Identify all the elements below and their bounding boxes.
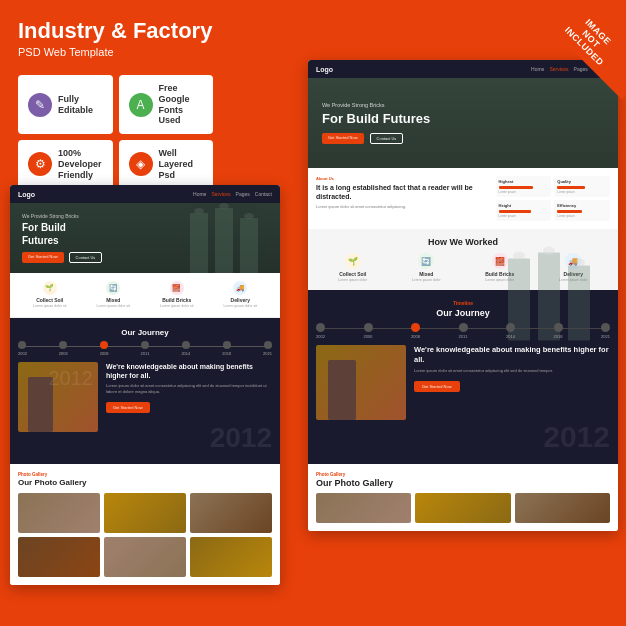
timeline-2018: 2018 (222, 341, 231, 356)
svg-point-5 (244, 213, 254, 219)
left-services: 🌱 Collect Soil Lorem ipsum dolor sit 🔄 M… (10, 273, 280, 318)
left-journey-body: Lorem ipsum dolor sit amet consectetur a… (106, 383, 272, 395)
right-timeline: 2002 2006 2008 2011 2014 2018 2021 (316, 323, 610, 339)
service-text-collect: Lorem ipsum dolor sit (18, 304, 82, 309)
timeline-2008: 2008 (100, 341, 109, 356)
badge-free-fonts: A Free Google Fonts Used (119, 75, 214, 134)
badge-layered: ◈ Well Layered Psd (119, 140, 214, 188)
nav-pages: Pages (236, 191, 250, 197)
left-logo: Logo (18, 191, 35, 198)
right-tl-dot-2014 (506, 323, 515, 332)
service-label-build: Build Bricks (145, 297, 209, 303)
left-journey-text: We're knowledgeable about making benefit… (106, 362, 272, 413)
left-journey-heading: We're knowledgeable about making benefit… (106, 362, 272, 380)
gallery-item-4 (18, 537, 100, 577)
nav-services: Services (211, 191, 230, 197)
timeline-dot-2006 (59, 341, 67, 349)
timeline-2021: 2021 (263, 341, 272, 356)
right-tl-dot-2002 (316, 323, 325, 332)
page-title: Industry & Factory (18, 18, 212, 44)
left-gallery: Photo Gallery Our Photo Gallery (10, 464, 280, 585)
right-hero: We Provide Strong Bricks For Build Futur… (308, 78, 618, 168)
badge-label-edit: Fully Editable (58, 94, 103, 116)
right-tl-2008: 2008 (411, 323, 420, 339)
right-tl-2021: 2021 (601, 323, 610, 339)
timeline-dot-2011 (141, 341, 149, 349)
left-journey-image: 2012 (18, 362, 98, 432)
service-icon-build: 🧱 (170, 281, 184, 295)
timeline-dot-2021 (264, 341, 272, 349)
badge-icon-dev: ⚙ (28, 152, 52, 176)
right-tl-2002: 2002 (316, 323, 325, 339)
service-label-mixed: Mixed (82, 297, 146, 303)
left-journey-btn[interactable]: Get Started Now (106, 402, 150, 413)
svg-point-10 (543, 247, 555, 255)
svg-point-4 (219, 203, 229, 209)
badge-icon-fonts: A (129, 93, 153, 117)
badge-developer: ⚙ 100% Developer Friendly (18, 140, 113, 188)
right-journey-image (316, 345, 406, 420)
left-mockup: Logo Home Services Pages Contact We Prov… (10, 185, 280, 585)
service-mixed: 🔄 Mixed Lorem ipsum dolor sit (82, 281, 146, 309)
right-tl-2014: 2014 (506, 323, 515, 339)
nav-contact: Contact (255, 191, 272, 197)
service-text-mixed: Lorem ipsum dolor sit (82, 304, 146, 309)
timeline-2002: 2002 (18, 341, 27, 356)
left-hero: We Provide Strong Bricks For BuildFuture… (10, 203, 280, 273)
right-journey-figure (328, 360, 356, 420)
service-icon-collect: 🌱 (43, 281, 57, 295)
service-collect-soil: 🌱 Collect Soil Lorem ipsum dolor sit (18, 281, 82, 309)
left-gallery-title: Our Photo Gallery (18, 478, 272, 487)
svg-point-3 (194, 208, 204, 214)
svg-rect-0 (190, 213, 208, 273)
svg-point-11 (573, 259, 585, 267)
right-tl-dot-2011 (459, 323, 468, 332)
timeline-dot-2014 (182, 341, 190, 349)
left-gallery-tag: Photo Gallery (18, 472, 272, 477)
right-tl-2011: 2011 (459, 323, 468, 339)
service-icon-delivery: 🚚 (233, 281, 247, 295)
left-nav-links: Home Services Pages Contact (193, 191, 272, 197)
page-subtitle: PSD Web Template (18, 46, 212, 58)
badge-icon-layer: ◈ (129, 152, 153, 176)
gallery-item-2 (104, 493, 186, 533)
header: Industry & Factory PSD Web Template (18, 18, 212, 58)
badge-label-layer: Well Layered Psd (159, 148, 204, 180)
nav-home: Home (193, 191, 206, 197)
gallery-item-1 (18, 493, 100, 533)
svg-point-9 (513, 252, 525, 260)
badge-label-fonts: Free Google Fonts Used (159, 83, 204, 126)
right-tl-dot-2008 (411, 323, 420, 332)
left-timeline: 2002 2006 2008 2011 2014 2018 2021 (18, 341, 272, 356)
timeline-2014: 2014 (181, 341, 190, 356)
left-journey-title: Our Journey (18, 328, 272, 337)
right-mockup: Logo Home Services Pages Contact We Prov… (308, 60, 618, 531)
service-label-collect: Collect Soil (18, 297, 82, 303)
badge-fully-editable: ✎ Fully Editable (18, 75, 113, 134)
service-label-delivery: Delivery (209, 297, 273, 303)
right-tl-2018: 2018 (554, 323, 563, 339)
service-text-delivery: Lorem ipsum dolor sit (209, 304, 273, 309)
timeline-dot-2002 (18, 341, 26, 349)
right-tl-2006: 2006 (364, 323, 373, 339)
left-navbar: Logo Home Services Pages Contact (10, 185, 280, 203)
service-delivery: 🚚 Delivery Lorem ipsum dolor sit (209, 281, 273, 309)
right-tl-dot-2021 (601, 323, 610, 332)
service-text-build: Lorem ipsum dolor sit (145, 304, 209, 309)
right-tl-dot-2018 (554, 323, 563, 332)
gallery-item-5 (104, 537, 186, 577)
left-gallery-grid (18, 493, 272, 577)
timeline-dot-2018 (223, 341, 231, 349)
svg-rect-2 (240, 218, 258, 273)
service-build-bricks: 🧱 Build Bricks Lorem ipsum dolor sit (145, 281, 209, 309)
timeline-2011: 2011 (141, 341, 150, 356)
badge-icon-edit: ✎ (28, 93, 52, 117)
timeline-dot-2008 (100, 341, 108, 349)
gallery-item-3 (190, 493, 272, 533)
gallery-item-6 (190, 537, 272, 577)
feature-badges: ✎ Fully Editable A Free Google Fonts Use… (18, 75, 213, 189)
left-journey: Our Journey 2002 2006 2008 2011 2014 201… (10, 318, 280, 464)
service-icon-mixed: 🔄 (106, 281, 120, 295)
badge-label-dev: 100% Developer Friendly (58, 148, 103, 180)
right-tl-dot-2006 (364, 323, 373, 332)
